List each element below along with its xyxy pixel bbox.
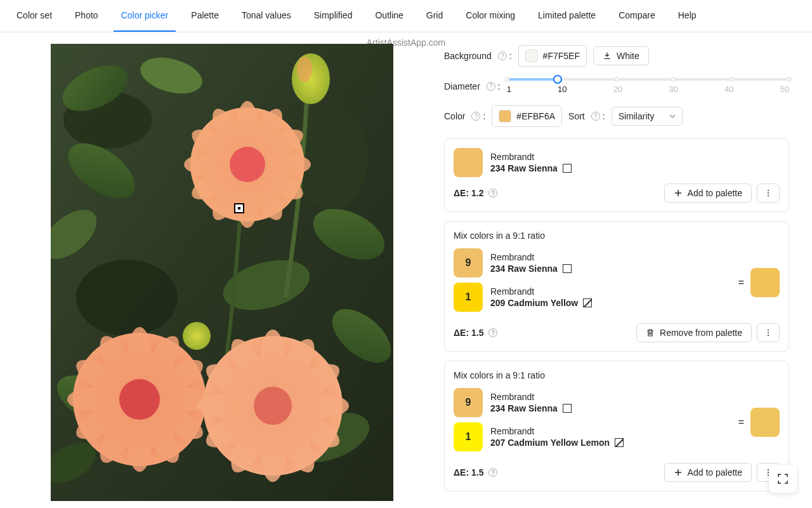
tab-compare[interactable]: Compare — [611, 0, 663, 32]
slider-thumb[interactable] — [553, 75, 562, 84]
more-button[interactable] — [757, 184, 780, 203]
tab-color-picker[interactable]: Color picker — [114, 0, 176, 32]
tab-help[interactable]: Help — [671, 0, 704, 32]
opacity-icon — [583, 298, 592, 307]
white-button-label: White — [617, 51, 639, 61]
paint-name: 234 Raw Sienna — [490, 264, 732, 274]
svg-point-61 — [768, 195, 769, 196]
paint-row: 1Rembrandt207 Cadmium Yellow Lemon — [454, 422, 732, 451]
color-label: Color — [444, 111, 465, 121]
slider-mark: 20 — [613, 84, 622, 94]
delta-e: ΔE: 1.2 ? — [454, 188, 497, 198]
more-icon — [764, 189, 773, 197]
tab-tonal-values[interactable]: Tonal values — [234, 0, 299, 32]
delta-e: ΔE: 1.5 ? — [454, 328, 497, 338]
color-result-card: Mix colors in a 9:1 ratio9Rembrandt234 R… — [444, 221, 789, 352]
color-result-card: Mix colors in a 9:1 ratio9Rembrandt234 R… — [444, 361, 789, 491]
nav-tabs: Color setPhotoColor pickerPaletteTonal v… — [0, 0, 812, 32]
sort-value: Similarity — [619, 111, 655, 121]
mix-title: Mix colors in a 9:1 ratio — [454, 370, 780, 380]
delta-e: ΔE: 1.5 ? — [454, 467, 497, 478]
mix-title: Mix colors in a 9:1 ratio — [454, 231, 780, 241]
paint-swatch: 9 — [454, 388, 483, 417]
paint-brand: Rembrandt — [490, 392, 732, 402]
equals-sign: = — [738, 277, 744, 288]
plus-icon — [674, 189, 683, 197]
reference-photo[interactable] — [51, 44, 393, 501]
paint-brand: Rembrandt — [490, 426, 732, 436]
slider-mark: 10 — [558, 84, 566, 94]
tab-color-mixing[interactable]: Color mixing — [458, 0, 523, 32]
help-icon[interactable]: ? — [471, 112, 480, 121]
slider-mark: 50 — [780, 84, 789, 94]
sort-select[interactable]: Similarity — [612, 107, 683, 126]
svg-point-15 — [297, 57, 312, 82]
tab-limited-palette[interactable]: Limited palette — [530, 0, 603, 32]
svg-point-64 — [768, 335, 769, 336]
tab-palette[interactable]: Palette — [183, 0, 226, 32]
paint-swatch: 9 — [454, 248, 483, 277]
trash-icon — [646, 328, 655, 337]
paint-swatch — [454, 148, 483, 177]
slider-mark: 30 — [669, 84, 678, 94]
svg-point-60 — [768, 192, 769, 194]
tab-color-set[interactable]: Color set — [9, 0, 60, 32]
opacity-icon — [563, 264, 572, 273]
svg-point-63 — [768, 332, 769, 333]
svg-point-58 — [254, 387, 292, 425]
mix-result-swatch — [750, 408, 780, 437]
picked-color-swatch — [499, 110, 511, 123]
diameter-label: Diameter — [444, 81, 480, 91]
bg-color-icon — [603, 51, 612, 60]
diameter-slider[interactable]: 11020304050 — [507, 78, 789, 94]
paint-swatch: 1 — [454, 422, 483, 451]
tab-grid[interactable]: Grid — [419, 0, 450, 32]
action-label: Add to palette — [688, 467, 742, 478]
paint-row: 1Rembrandt209 Cadmium Yellow — [454, 283, 732, 312]
white-button[interactable]: White — [593, 46, 649, 65]
help-icon[interactable]: ? — [488, 328, 497, 337]
background-swatch — [525, 50, 538, 62]
help-icon[interactable]: ? — [488, 468, 497, 477]
opacity-icon — [563, 404, 572, 413]
side-panel: Background ?: #F7F5EF White Diameter ?: — [444, 32, 812, 505]
picked-color-hex: #EFBF6A — [516, 111, 555, 121]
background-color-input[interactable]: #F7F5EF — [518, 45, 587, 67]
paint-row: 9Rembrandt234 Raw Sienna — [454, 248, 732, 277]
paint-swatch: 1 — [454, 283, 483, 312]
slider-mark: 1 — [507, 84, 511, 94]
svg-point-30 — [183, 322, 211, 350]
background-label: Background — [444, 51, 492, 61]
fullscreen-button[interactable] — [769, 465, 797, 493]
equals-sign: = — [738, 417, 744, 428]
paint-name: 234 Raw Sienna — [490, 403, 732, 413]
mix-result-swatch — [750, 268, 780, 297]
tab-photo[interactable]: Photo — [67, 0, 106, 32]
action-label: Add to palette — [688, 188, 742, 198]
remove-from-palette-button[interactable]: Remove from palette — [636, 323, 752, 342]
add-to-palette-button[interactable]: Add to palette — [664, 463, 752, 482]
paint-row: 9Rembrandt234 Raw Sienna — [454, 388, 732, 417]
background-hex: #F7F5EF — [543, 51, 580, 61]
action-label: Remove from palette — [660, 328, 742, 338]
paint-brand: Rembrandt — [490, 286, 732, 297]
more-button[interactable] — [757, 323, 780, 342]
add-to-palette-button[interactable]: Add to palette — [664, 184, 752, 203]
help-icon[interactable]: ? — [591, 112, 600, 121]
photo-container[interactable] — [51, 44, 393, 501]
paint-brand: Rembrandt — [490, 152, 780, 162]
picked-color-input[interactable]: #EFBF6A — [492, 105, 562, 127]
photo-area — [0, 32, 444, 505]
help-icon[interactable]: ? — [488, 189, 497, 197]
slider-mark: 40 — [724, 84, 733, 94]
sort-label: Sort — [568, 111, 585, 121]
help-icon[interactable]: ? — [487, 82, 495, 91]
paint-name: 207 Cadmium Yellow Lemon — [490, 438, 732, 448]
color-picker-marker[interactable] — [234, 203, 244, 213]
paint-name: 234 Raw Sienna — [490, 163, 780, 173]
tab-simplified[interactable]: Simplified — [306, 0, 360, 32]
tab-outline[interactable]: Outline — [367, 0, 410, 32]
svg-point-62 — [768, 330, 769, 331]
help-icon[interactable]: ? — [498, 51, 507, 60]
svg-point-14 — [292, 53, 330, 104]
